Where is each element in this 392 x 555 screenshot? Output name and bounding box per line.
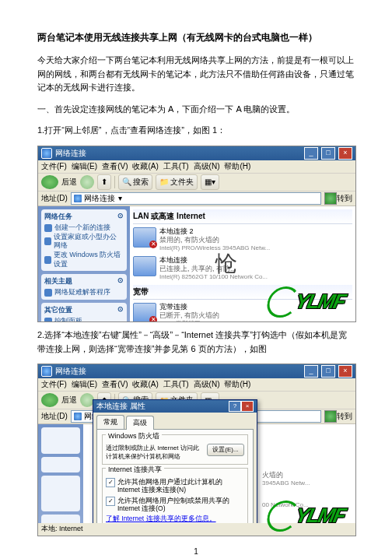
minimize-button[interactable]: _ (304, 147, 318, 160)
fieldset-label: Internet 连接共享 (106, 465, 164, 475)
window-title: 网络连接 (55, 366, 86, 377)
menu-bar: 文件(F) 编辑(E) 查看(V) 收藏(A) 工具(T) 高级(N) 帮助(H… (38, 160, 355, 173)
screenshot-1: 网络连接 _ □ × 文件(F) 编辑(E) 查看(V) 收藏(A) 工具(T)… (37, 146, 356, 322)
menu-file[interactable]: 文件(F) (41, 161, 67, 172)
address-icon (73, 194, 82, 203)
window-titlebar: 网络连接 _ □ × (38, 146, 355, 160)
task-new-connection[interactable]: 创建一个新的连接 (44, 223, 124, 233)
task-troubleshoot[interactable]: 网络疑难解答程序 (44, 288, 124, 297)
task-setup-network[interactable]: 设置家庭或小型办公网络 (44, 233, 124, 251)
connection-local2[interactable]: 本地连接 2 禁用的, 有防火墙的 Intel(R) PRO/Wireless … (133, 227, 352, 251)
connection-device: WAN 微型端口 (PPPOE) (159, 320, 228, 322)
place-control-panel[interactable]: 控制面板 (44, 317, 124, 322)
checkbox-label: 允许其他网络用户通过此计算机的 Internet 连接来连接(N) (117, 478, 244, 494)
menu-advanced[interactable]: 高级(N) (194, 161, 220, 172)
menu-favorites[interactable]: 收藏(A) (132, 161, 158, 172)
paragraph-step-a: 一、首先设定连接网线的笔记本为 A，下面介绍一下 A 电脑的设置。 (37, 103, 355, 117)
address-bar: 地址(D) 网络连接 ▾ 转到 (38, 191, 355, 206)
window-title: 网络连接 (55, 148, 86, 159)
menu-edit[interactable]: 编辑(E) (72, 161, 97, 172)
menu-tools[interactable]: 工具(T) (163, 161, 189, 172)
paragraph-intro: 今天给大家介绍一下两台笔记本利用无线网络共享上网的方法，前提是有一根可以上网的网… (37, 54, 355, 95)
menu-file[interactable]: 文件(F) (41, 379, 67, 390)
panel-other-places[interactable]: 其它位置⊙ (44, 305, 124, 315)
fieldset-firewall: Windows 防火墙 通过限制或防止从 Internet 访问此计算机来保护计… (102, 434, 248, 465)
dialog-titlebar: 本地连接 属性 ? × (93, 400, 257, 413)
menu-help[interactable]: 帮助(H) (224, 379, 250, 390)
menu-advanced[interactable]: 高级(N) (194, 379, 220, 390)
go-label: 转到 (337, 411, 352, 422)
maximize-button[interactable]: □ (321, 147, 335, 160)
dialog-close-button[interactable]: × (241, 401, 254, 412)
page-number: 1 (37, 547, 355, 555)
left-task-pane: 网络任务⊙ 创建一个新的连接 设置家庭或小型办公网络 更改 Windows 防火… (38, 206, 130, 322)
back-label: 后退 (61, 177, 77, 188)
views-button[interactable]: ▦▾ (201, 174, 219, 190)
connection-name: 本地连接 (159, 256, 268, 265)
connection-device: 3945ABG Netw... (262, 479, 355, 487)
app-icon (41, 366, 52, 377)
menu-favorites[interactable]: 收藏(A) (132, 379, 158, 390)
maximize-button[interactable]: □ (321, 365, 335, 378)
properties-dialog: 本地连接 属性 ? × 常规 高级 Windows 防火墙 通过限制或防止从 I… (93, 399, 257, 533)
screenshot-2: 网络连接 _ □ × 文件(F) 编辑(E) 查看(V) 收藏(A) 工具(T)… (37, 364, 356, 536)
ylmf-logo: YLMF (293, 504, 347, 528)
connection-device: Intel(R) 82562GT 10/100 Network Co... (159, 273, 268, 281)
tab-content: Windows 防火墙 通过限制或防止从 Internet 访问此计算机来保护计… (96, 429, 254, 525)
paragraph-step2: 2.选择“本地连接”右键“属性”－“高级”－“Internet 连接共享”打钩选… (37, 328, 355, 356)
minimize-button[interactable]: _ (304, 365, 318, 378)
close-button[interactable]: × (338, 147, 352, 160)
app-icon (41, 148, 52, 159)
back-button[interactable] (41, 393, 58, 407)
checkbox-label: 允许其他网络用户控制或禁用共享的 Internet 连接(O) (117, 497, 244, 512)
forward-button[interactable] (80, 175, 94, 189)
back-button[interactable] (41, 175, 58, 189)
toolbar: 后退 ⬆ 🔍搜索 📁文件夹 ▦▾ (38, 173, 355, 191)
doc-title: 两台笔记本使用无线连接共享上网（有无线网卡的台式电脑也一样） (37, 31, 355, 44)
menu-bar: 文件(F) 编辑(E) 查看(V) 收藏(A) 工具(T) 高级(N) 帮助(H… (38, 378, 355, 391)
category-lan: LAN 或高速 Internet (133, 209, 352, 224)
firewall-settings-button[interactable]: 设置(E)... (207, 444, 244, 456)
address-value: 网络连接 (84, 193, 115, 204)
panel-network-tasks[interactable]: 网络任务⊙ (44, 212, 124, 222)
search-button[interactable]: 🔍搜索 (118, 174, 152, 190)
left-task-pane (38, 424, 83, 525)
close-button[interactable]: × (338, 365, 352, 378)
go-button[interactable] (324, 192, 337, 205)
network-icon (133, 227, 156, 248)
connection-local[interactable]: 本地连接 已连接上, 共享的, 有防... Intel(R) 82562GT 1… (133, 256, 352, 280)
back-label: 后退 (61, 395, 77, 406)
connection-status: 已断开, 有防火墙的 (159, 311, 228, 320)
network-icon (133, 303, 156, 322)
connection-status: 火墙的 (262, 471, 355, 479)
folders-button[interactable]: 📁文件夹 (156, 174, 198, 190)
panel-related[interactable]: 相关主题⊙ (44, 276, 124, 286)
address-input[interactable]: 网络连接 ▾ (71, 192, 321, 205)
connection-name: 宽带连接 (159, 303, 228, 311)
connection-status: 已连接上, 共享的, 有防... (159, 265, 268, 273)
paragraph-step1: 1.打开“网上邻居”，点击“查看网络连接”，如图 1： (37, 124, 355, 138)
tab-general[interactable]: 常规 (96, 415, 124, 429)
tab-advanced[interactable]: 高级 (126, 416, 154, 430)
ics-more-info-link[interactable]: 了解 Internet 连接共享的更多信息。 (106, 515, 216, 522)
up-button[interactable]: ⬆ (97, 174, 111, 190)
task-firewall[interactable]: 更改 Windows 防火墙设置 (44, 251, 124, 269)
address-label: 地址(D) (41, 193, 68, 204)
status-text: 本地: Internet (41, 525, 83, 532)
dropdown-icon[interactable]: ▾ (118, 194, 122, 202)
checkbox-allow-control[interactable]: ✓ (106, 497, 115, 506)
dialog-title: 本地连接 属性 (96, 401, 145, 412)
menu-help[interactable]: 帮助(H) (224, 161, 250, 172)
connection-device: Intel(R) PRO/Wireless 3945ABG Netw... (159, 244, 270, 252)
menu-view[interactable]: 查看(V) (102, 379, 128, 390)
go-button[interactable] (324, 410, 337, 423)
network-icon (133, 256, 156, 276)
menu-edit[interactable]: 编辑(E) (72, 379, 97, 390)
dialog-help-button[interactable]: ? (229, 401, 241, 412)
go-label: 转到 (337, 193, 352, 204)
checkbox-allow-share[interactable]: ✓ (106, 478, 115, 487)
menu-view[interactable]: 查看(V) (102, 161, 128, 172)
menu-tools[interactable]: 工具(T) (163, 379, 189, 390)
dialog-tabs: 常规 高级 (93, 413, 257, 429)
address-icon (73, 412, 82, 421)
